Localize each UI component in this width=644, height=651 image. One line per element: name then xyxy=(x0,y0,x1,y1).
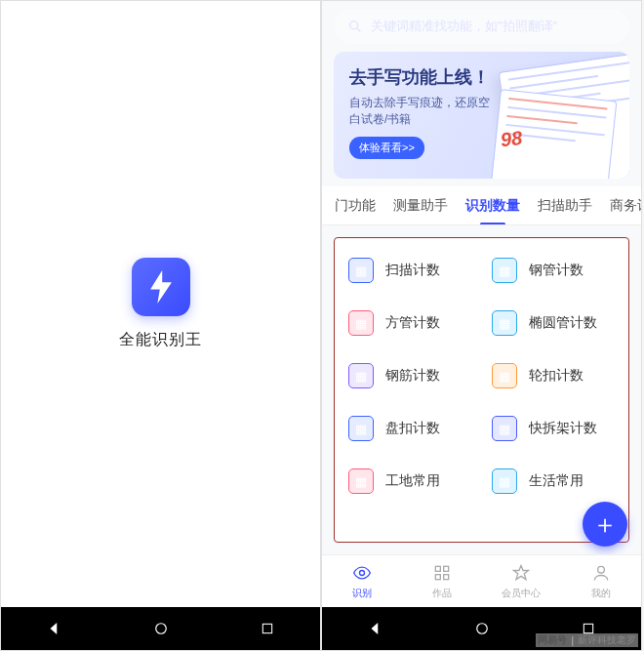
bottomtab-star[interactable]: 会员中心 xyxy=(482,563,562,600)
bottomtab-label: 识别 xyxy=(352,587,372,600)
feature-scan-count[interactable]: ▦扫描计数 xyxy=(339,244,482,297)
svg-point-9 xyxy=(598,566,605,573)
scan-count-icon: ▦ xyxy=(348,258,374,283)
square-pipe-icon: ▦ xyxy=(348,310,374,336)
svg-rect-6 xyxy=(443,566,448,571)
watermark: 网易号 | 新评科技老罗 xyxy=(536,633,638,647)
watermark-author: 新评科技老罗 xyxy=(578,633,636,647)
feature-wheel-buckle[interactable]: ▦轮扣计数 xyxy=(482,349,625,402)
user-icon xyxy=(591,563,611,585)
app-title: 全能识别王 xyxy=(119,330,202,350)
bottomtab-grid[interactable]: 作品 xyxy=(402,563,482,600)
watermark-brand: 网易号 xyxy=(538,633,567,647)
feature-disc-buckle[interactable]: ▦盘扣计数 xyxy=(339,402,482,455)
tab-0[interactable]: 门功能 xyxy=(326,186,384,225)
feature-label: 生活常用 xyxy=(529,472,584,490)
nav-recent-icon[interactable] xyxy=(260,621,275,636)
svg-line-3 xyxy=(357,28,360,31)
tab-2[interactable]: 识别数量 xyxy=(457,186,529,225)
svg-point-2 xyxy=(350,21,358,29)
feature-label: 快拆架计数 xyxy=(529,420,597,437)
search-icon xyxy=(347,19,363,34)
feature-grid: ▦扫描计数▦钢管计数▦方管计数▦椭圆管计数▦钢筋计数▦轮扣计数▦盘扣计数▦快拆架… xyxy=(339,244,624,508)
splash-screen: 全能识别王 xyxy=(1,1,320,607)
bottomtab-label: 会员中心 xyxy=(502,587,541,600)
site-common-icon: ▦ xyxy=(348,468,374,494)
feature-site-common[interactable]: ▦工地常用 xyxy=(339,455,482,508)
disc-buckle-icon: ▦ xyxy=(348,416,374,441)
feature-label: 工地常用 xyxy=(385,472,440,490)
fab-add-button[interactable]: ＋ xyxy=(583,502,627,547)
phone-left: 全能识别王 xyxy=(0,0,321,651)
banner-score: 98 xyxy=(500,127,524,151)
feature-label: 盘扣计数 xyxy=(385,420,440,437)
promo-banner[interactable]: 98 去手写功能上线！ 自动去除手写痕迹，还原空白试卷/书籍 体验看看>> xyxy=(334,52,629,179)
bottom-tabbar: 识别作品会员中心我的 xyxy=(322,554,641,607)
bottomtab-eye[interactable]: 识别 xyxy=(322,563,402,600)
tab-4[interactable]: 商务识别 xyxy=(601,186,641,225)
feature-quick-frame[interactable]: ▦快拆架计数 xyxy=(482,402,625,455)
bottomtab-label: 作品 xyxy=(432,587,452,600)
wheel-buckle-icon: ▦ xyxy=(492,363,517,388)
oval-pipe-icon: ▦ xyxy=(492,310,517,336)
search-input[interactable]: 关键词精准找功能，如"拍照翻译" xyxy=(334,9,629,44)
feature-life-common[interactable]: ▦生活常用 xyxy=(482,455,625,508)
banner-cta-button[interactable]: 体验看看>> xyxy=(349,137,424,159)
eye-icon xyxy=(352,563,372,585)
search-placeholder: 关键词精准找功能，如"拍照翻译" xyxy=(371,18,557,35)
nav-home-icon[interactable] xyxy=(473,620,491,637)
feature-label: 椭圆管计数 xyxy=(529,314,597,332)
star-icon xyxy=(511,563,531,585)
nav-back-icon[interactable] xyxy=(367,620,384,637)
feature-label: 钢管计数 xyxy=(529,262,584,279)
svg-point-10 xyxy=(477,624,488,634)
nav-back-icon[interactable] xyxy=(46,620,63,637)
feature-label: 方管计数 xyxy=(385,314,440,332)
svg-rect-11 xyxy=(584,624,592,632)
svg-rect-8 xyxy=(443,574,448,579)
feature-label: 轮扣计数 xyxy=(529,367,584,385)
category-tabs: 门功能测量助手识别数量扫描助手商务识别 xyxy=(322,186,641,225)
svg-rect-5 xyxy=(435,566,440,571)
feature-square-pipe[interactable]: ▦方管计数 xyxy=(339,297,482,349)
feature-grid-container: ▦扫描计数▦钢管计数▦方管计数▦椭圆管计数▦钢筋计数▦轮扣计数▦盘扣计数▦快拆架… xyxy=(334,237,629,543)
tab-1[interactable]: 测量助手 xyxy=(384,186,457,225)
feature-steel-pipe[interactable]: ▦钢管计数 xyxy=(482,244,625,297)
svg-point-4 xyxy=(359,570,364,575)
rebar-icon: ▦ xyxy=(348,363,374,388)
life-common-icon: ▦ xyxy=(492,468,517,494)
banner-subtitle: 自动去除手写痕迹，还原空白试卷/书籍 xyxy=(349,95,496,129)
svg-point-0 xyxy=(156,624,167,634)
tab-3[interactable]: 扫描助手 xyxy=(529,186,601,225)
android-navbar xyxy=(1,607,320,650)
bottomtab-label: 我的 xyxy=(591,587,611,600)
app-content: 关键词精准找功能，如"拍照翻译" 98 去手写功能上线！ 自动去除手写痕迹，还原… xyxy=(322,1,641,607)
phone-right: 关键词精准找功能，如"拍照翻译" 98 去手写功能上线！ 自动去除手写痕迹，还原… xyxy=(321,0,642,651)
bottomtab-user[interactable]: 我的 xyxy=(561,563,641,600)
steel-pipe-icon: ▦ xyxy=(492,258,517,283)
feature-label: 扫描计数 xyxy=(385,262,440,279)
grid-icon xyxy=(432,563,452,585)
feature-rebar[interactable]: ▦钢筋计数 xyxy=(339,349,482,402)
app-icon xyxy=(132,258,190,316)
lightning-icon xyxy=(146,270,176,304)
feature-label: 钢筋计数 xyxy=(385,367,440,385)
feature-oval-pipe[interactable]: ▦椭圆管计数 xyxy=(482,297,625,349)
svg-rect-7 xyxy=(435,574,440,579)
svg-rect-1 xyxy=(262,624,271,632)
quick-frame-icon: ▦ xyxy=(492,416,517,441)
nav-home-icon[interactable] xyxy=(152,620,170,637)
